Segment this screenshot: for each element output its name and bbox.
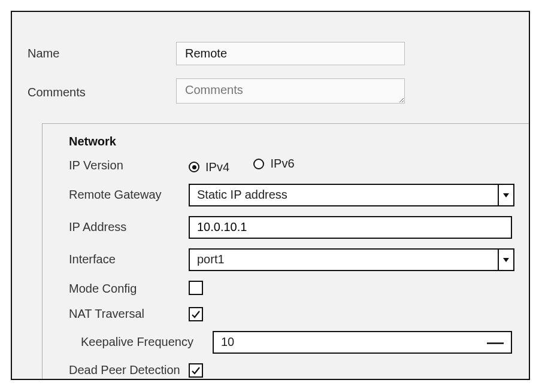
ipv6-radio-label: IPv6 [270,157,294,171]
dpd-row: Dead Peer Detection [69,363,517,378]
ip-version-radiogroup: IPv4 IPv6 [189,157,517,174]
top-fields: Name Comments [28,42,513,119]
name-row: Name [28,42,513,65]
interface-row: Interface port1 [69,248,517,271]
ip-address-input[interactable] [189,216,512,239]
ip-version-label: IP Version [69,159,189,172]
chevron-down-icon [503,257,509,263]
ip-version-ipv4-radio[interactable]: IPv4 [189,160,229,174]
svg-marker-0 [503,193,509,197]
interface-dropdown[interactable]: port1 [189,248,514,271]
keepalive-stepper[interactable]: 10 — [213,331,512,354]
name-input[interactable] [176,42,405,65]
stepper-decrement-icon[interactable]: — [487,334,504,351]
dropdown-button[interactable] [498,185,513,205]
comments-row: Comments [28,78,513,106]
remote-gateway-row: Remote Gateway Static IP address [69,184,517,206]
keepalive-label: Keepalive Frequency [69,335,213,349]
dropdown-button[interactable] [498,250,513,270]
network-section-title: Network [69,135,517,148]
radio-dot-icon [253,159,264,169]
interface-label: Interface [69,253,189,266]
nat-traversal-row: NAT Traversal [69,307,517,321]
comments-input[interactable] [176,78,405,104]
checkmark-icon [191,309,201,319]
network-panel: Network IP Version IPv4 IPv6 Remote [42,123,529,379]
keepalive-value: 10 [221,335,487,349]
ip-version-row: IP Version IPv4 IPv6 [69,157,517,174]
chevron-down-icon [503,192,509,198]
remote-gateway-dropdown[interactable]: Static IP address [189,184,514,206]
ip-address-label: IP Address [69,220,189,234]
remote-gateway-value: Static IP address [190,185,498,205]
name-label: Name [28,47,176,60]
keepalive-row: Keepalive Frequency 10 — [69,331,517,354]
dpd-label: Dead Peer Detection [69,363,189,377]
config-form-panel: Name Comments Network IP Version IPv4 [11,11,530,380]
interface-value: port1 [190,250,498,270]
nat-traversal-label: NAT Traversal [69,307,189,321]
nat-traversal-checkbox[interactable] [189,307,203,321]
ip-address-row: IP Address [69,216,517,239]
ipv4-radio-label: IPv4 [205,160,229,174]
mode-config-checkbox[interactable] [189,281,203,295]
mode-config-row: Mode Config [69,281,517,297]
dpd-checkbox[interactable] [189,363,203,378]
remote-gateway-label: Remote Gateway [69,188,189,202]
comments-label: Comments [28,86,176,99]
svg-marker-1 [503,258,509,262]
radio-dot-icon [189,162,199,172]
checkmark-icon [191,366,201,375]
ip-version-ipv6-radio[interactable]: IPv6 [253,157,294,171]
mode-config-label: Mode Config [69,282,189,296]
